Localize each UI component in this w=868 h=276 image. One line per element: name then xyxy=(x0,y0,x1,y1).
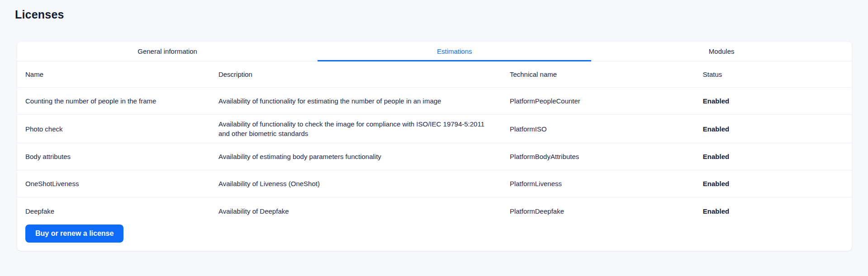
licenses-card: General information Estimations Modules … xyxy=(17,41,852,251)
cell-name: Deepfake xyxy=(25,202,218,220)
column-header-technical-name: Technical name xyxy=(510,65,703,84)
licenses-page: Licenses General information Estimations… xyxy=(0,0,868,251)
cell-description: Availability of functionality for estima… xyxy=(218,92,510,110)
cell-status: Enabled xyxy=(703,120,844,138)
tab-modules[interactable]: Modules xyxy=(591,42,852,61)
cell-description: Availability of functionality to check t… xyxy=(218,115,510,143)
table-row: Body attributes Availability of estimati… xyxy=(17,143,852,170)
tab-estimations[interactable]: Estimations xyxy=(318,42,591,61)
cell-technical-name: PlatformLiveness xyxy=(510,174,703,193)
cell-name: Counting the number of people in the fra… xyxy=(25,92,218,110)
buy-or-renew-license-button[interactable]: Buy or renew a license xyxy=(25,225,123,243)
cell-name: Body attributes xyxy=(25,147,218,166)
cell-status: Enabled xyxy=(703,174,844,193)
table-row: Photo check Availability of functionalit… xyxy=(17,115,852,143)
card-footer: Buy or renew a license xyxy=(17,225,852,251)
column-header-status: Status xyxy=(703,65,844,84)
cell-technical-name: PlatformDeepfake xyxy=(510,202,703,220)
tab-general-information[interactable]: General information xyxy=(17,42,318,61)
table-row: Deepfake Availability of Deepfake Platfo… xyxy=(17,197,852,225)
cell-name: OneShotLiveness xyxy=(25,174,218,193)
column-header-description: Description xyxy=(218,65,510,84)
cell-technical-name: PlatformBodyAttributes xyxy=(510,147,703,166)
table-header-row: Name Description Technical name Status xyxy=(17,61,852,88)
cell-name: Photo check xyxy=(25,120,218,138)
cell-technical-name: PlatformPeopleCounter xyxy=(510,92,703,110)
cell-technical-name: PlatformISO xyxy=(510,120,703,138)
column-header-name: Name xyxy=(25,65,218,84)
cell-description: Availability of Deepfake xyxy=(218,202,510,220)
tab-bar: General information Estimations Modules xyxy=(17,42,852,61)
page-title: Licenses xyxy=(15,8,852,21)
cell-status: Enabled xyxy=(703,202,844,220)
table-row: OneShotLiveness Availability of Liveness… xyxy=(17,170,852,197)
cell-description: Availability of Liveness (OneShot) xyxy=(218,174,510,193)
cell-status: Enabled xyxy=(703,92,844,110)
table-row: Counting the number of people in the fra… xyxy=(17,88,852,115)
cell-description: Availability of estimating body paramete… xyxy=(218,147,510,166)
cell-status: Enabled xyxy=(703,147,844,166)
